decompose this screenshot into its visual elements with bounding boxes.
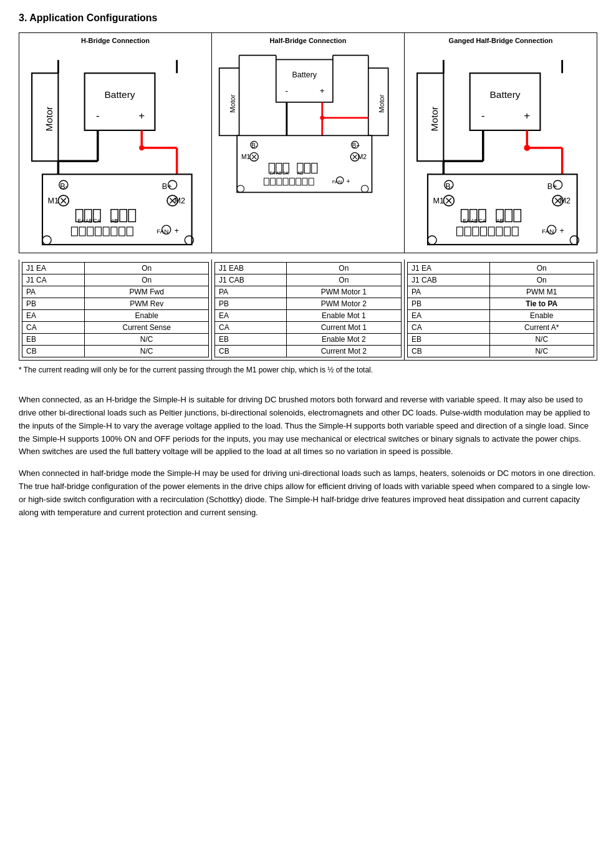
- h-bridge-svg: Motor Battery - + B- B+ M1: [23, 47, 208, 249]
- table-row: EA Enable: [408, 310, 594, 322]
- svg-text:CA: CA: [479, 218, 486, 224]
- svg-text:AB: AB: [297, 171, 304, 175]
- diagram-ganged-half-bridge: Ganged Half-Bridge Connection Motor Batt…: [405, 33, 597, 253]
- svg-text:Motor: Motor: [229, 94, 236, 112]
- table-cell-label: CA: [215, 322, 287, 334]
- svg-rect-109: [470, 73, 541, 130]
- table-cell-value: On: [489, 274, 594, 286]
- svg-text:B-: B-: [445, 182, 453, 191]
- table-row: EA Enable: [22, 310, 209, 322]
- svg-text:+: +: [346, 178, 350, 185]
- config-table-half-bridge: J1 EAB On J1 CAB On PA PWM Motor 1 PB PW…: [214, 262, 402, 357]
- svg-text:+: +: [138, 110, 145, 122]
- table-cell-label: J1 EA: [22, 263, 85, 274]
- table-cell-value: On: [85, 263, 209, 274]
- table-cell-value: Current Mot 2: [286, 346, 401, 357]
- table-cell-label: PA: [22, 286, 85, 298]
- table-cell-label: PB: [215, 298, 287, 310]
- svg-text:FAN: FAN: [542, 228, 554, 235]
- table-cell-label: J1 CAB: [408, 274, 490, 286]
- table-cell-value: PWM Motor 2: [286, 298, 401, 310]
- svg-text:Battery: Battery: [489, 89, 520, 100]
- table-row: J1 CAB On: [408, 274, 594, 286]
- table-cell-value: On: [286, 263, 401, 274]
- table-cell-label: J1 EA: [408, 263, 490, 274]
- table-row: CA Current A*: [408, 322, 594, 334]
- table-row: EA Enable Mot 1: [215, 310, 402, 322]
- diagrams-container: H-Bridge Connection Motor Battery - + B: [19, 32, 597, 253]
- table-row: PA PWM Motor 1: [215, 286, 402, 298]
- ganged-half-bridge-svg: Motor Battery - + B- B+ M1: [408, 47, 593, 249]
- svg-text:FAN: FAN: [156, 228, 168, 235]
- svg-text:Motor: Motor: [44, 107, 54, 132]
- table-cell-label: J1 CA: [22, 274, 85, 286]
- svg-text:EA: EA: [463, 218, 470, 224]
- svg-text:+: +: [524, 110, 530, 122]
- svg-rect-2: [85, 73, 155, 130]
- table-cell-label: J1 EAB: [215, 263, 287, 274]
- svg-text:Motor: Motor: [378, 94, 385, 112]
- table-row: PB PWM Motor 2: [215, 298, 402, 310]
- table-row: CB N/C: [22, 346, 209, 357]
- table-cell-value: PWM Rev: [85, 298, 209, 310]
- footnote-text: * The current reading will only be for t…: [19, 364, 597, 376]
- table-row: EB N/C: [408, 334, 594, 346]
- table-cell-value: PWM Motor 1: [286, 286, 401, 298]
- table-cell-label: CB: [215, 346, 287, 357]
- svg-text:Battery: Battery: [104, 89, 135, 100]
- table-row: CB Current Mot 2: [215, 346, 402, 357]
- table-cell-value: Current Sense: [85, 322, 209, 334]
- svg-text:+: +: [174, 226, 178, 235]
- table-cell-value: Enable: [85, 310, 209, 322]
- svg-text:Motor: Motor: [429, 107, 440, 132]
- table-cell-label: EB: [215, 334, 287, 346]
- svg-text:M1: M1: [433, 196, 444, 205]
- table-cell-half-bridge: J1 EAB On J1 CAB On PA PWM Motor 1 PB PW…: [212, 260, 405, 360]
- table-cell-label: CB: [22, 346, 85, 357]
- diagram-half-bridge-title: Half-Bridge Connection: [270, 37, 347, 44]
- config-table-ganged: J1 EA On J1 CAB On PA PWM M1 PB Tie to P…: [407, 262, 594, 357]
- svg-point-9: [139, 145, 144, 150]
- svg-text:B+: B+: [162, 182, 172, 191]
- svg-text:EA: EA: [77, 218, 85, 224]
- svg-text:CA: CA: [282, 171, 289, 175]
- table-cell-value: Enable: [489, 310, 594, 322]
- table-cell-value: On: [489, 263, 594, 274]
- table-row: CA Current Sense: [22, 322, 209, 334]
- table-cell-value: On: [85, 274, 209, 286]
- svg-text:M1: M1: [241, 153, 251, 160]
- svg-text:-: -: [96, 110, 100, 122]
- svg-text:AB: AB: [276, 171, 282, 175]
- table-row: CB N/C: [408, 346, 594, 357]
- half-bridge-svg: Motor Motor Battery - +: [216, 47, 400, 210]
- table-cell-label: EB: [408, 334, 490, 346]
- table-cell-label: EA: [22, 310, 85, 322]
- svg-text:+: +: [559, 226, 564, 235]
- svg-text:+: +: [320, 86, 325, 95]
- paragraph-1: When connected, as an H-bridge the Simpl…: [19, 394, 597, 458]
- table-cell-label: J1 CAB: [215, 274, 287, 286]
- table-row: PA PWM Fwd: [22, 286, 209, 298]
- table-row: J1 CA On: [22, 274, 209, 286]
- table-row: PB PWM Rev: [22, 298, 209, 310]
- table-cell-value: N/C: [85, 334, 209, 346]
- table-row: CA Current Mot 1: [215, 322, 402, 334]
- svg-text:B+: B+: [547, 182, 557, 191]
- table-cell-value: Enable Mot 2: [286, 334, 401, 346]
- svg-text:EA: EA: [270, 171, 276, 175]
- page-heading: 3. Application Configurations: [19, 12, 597, 24]
- table-cell-value: N/C: [489, 346, 594, 357]
- table-cell-value: Current Mot 1: [286, 322, 401, 334]
- table-cell-label: EA: [408, 310, 490, 322]
- svg-text:AB: AB: [111, 218, 118, 224]
- table-row: J1 EAB On: [215, 263, 402, 274]
- table-cell-value: Enable Mot 1: [286, 310, 401, 322]
- tables-container: J1 EA On J1 CA On PA PWM Fwd PB PWM Rev …: [19, 260, 597, 361]
- table-row: EB N/C: [22, 334, 209, 346]
- svg-text:AB: AB: [496, 218, 504, 224]
- table-row: J1 EA On: [408, 263, 594, 274]
- table-cell-value: N/C: [85, 346, 209, 357]
- table-row: PB Tie to PA: [408, 298, 594, 310]
- table-cell-value: Tie to PA: [489, 298, 594, 310]
- diagram-half-bridge: Half-Bridge Connection Motor Motor Batte…: [212, 33, 405, 253]
